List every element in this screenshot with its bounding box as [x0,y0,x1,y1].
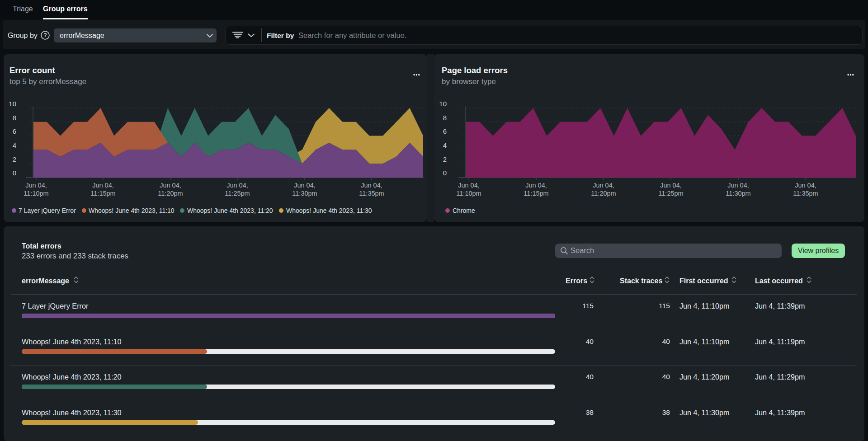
svg-text:?: ? [43,32,47,38]
